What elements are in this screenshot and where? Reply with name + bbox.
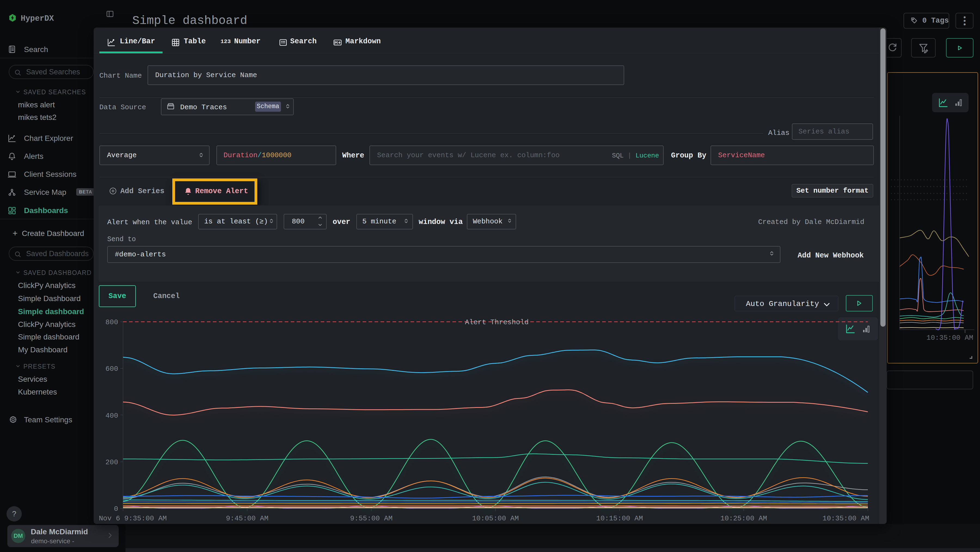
svg-text:9:55:00 AM: 9:55:00 AM [350,514,393,523]
svg-text:10:05:00 AM: 10:05:00 AM [472,514,519,523]
svg-text:10:15:00 AM: 10:15:00 AM [596,514,643,523]
svg-text:9:45:00 AM: 9:45:00 AM [226,514,269,523]
svg-text:200: 200 [105,458,118,466]
svg-text:Alert Threshold: Alert Threshold [465,318,529,326]
svg-text:10:35:00 AM: 10:35:00 AM [822,514,869,523]
svg-text:0: 0 [114,505,118,513]
svg-text:10:35:00 AM: 10:35:00 AM [926,334,973,342]
svg-text:600: 600 [105,365,118,373]
svg-text:400: 400 [105,412,118,420]
svg-text:800: 800 [105,318,118,326]
svg-text:Nov 6 9:35:00 AM: Nov 6 9:35:00 AM [99,514,167,523]
svg-text:10:25:00 AM: 10:25:00 AM [720,514,767,523]
